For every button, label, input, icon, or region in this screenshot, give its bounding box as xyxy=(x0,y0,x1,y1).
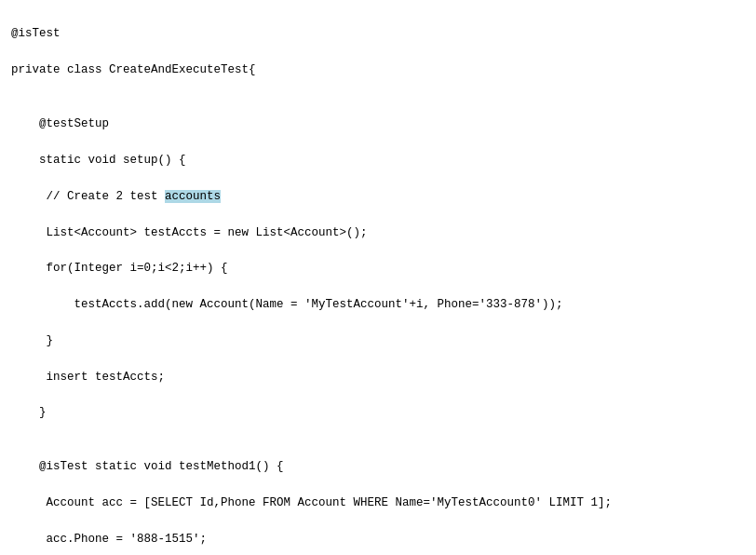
code-line-10: } xyxy=(11,332,745,350)
code-line-5: static void setup() { xyxy=(11,152,745,169)
code-line-8: for(Integer i=0;i<2;i++) { xyxy=(11,260,745,278)
code-line-1: @isTest xyxy=(11,25,745,43)
code-line-7: List<Account> testAccts = new List<Accou… xyxy=(11,224,745,242)
code-line-9: testAccts.add(new Account(Name = 'MyTest… xyxy=(11,296,745,314)
code-line-12: } xyxy=(11,404,745,422)
code-line-14: @isTest static void testMethod1() { xyxy=(11,458,745,476)
code-line-11: insert testAccts; xyxy=(11,369,745,386)
code-line-2: private class CreateAndExecuteTest{ xyxy=(11,61,745,79)
code-line-4: @testSetup xyxy=(11,115,745,133)
code-line-6: // Create 2 test accounts xyxy=(11,188,745,206)
code-editor[interactable]: @isTest private class CreateAndExecuteTe… xyxy=(0,0,756,555)
highlight-accounts: accounts xyxy=(165,190,221,203)
code-line-16: acc.Phone = '888-1515'; xyxy=(11,531,745,548)
code-line-15: Account acc = [SELECT Id,Phone FROM Acco… xyxy=(11,494,745,512)
